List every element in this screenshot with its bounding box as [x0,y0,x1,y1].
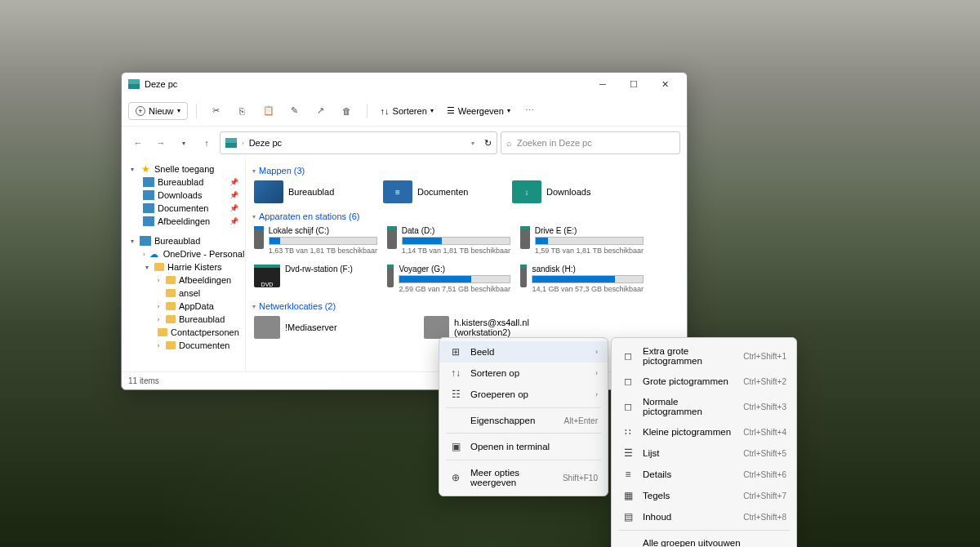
refresh-button[interactable]: ↻ [484,138,492,149]
nav-bar: ← → ▾ ↑ › Deze pc ▾ ↻ ⌕ Zoeken in Deze p… [122,127,687,159]
sidebar-user-documenten[interactable]: ›Documenten [122,339,245,352]
menu-item[interactable]: ∷Kleine pictogrammenCtrl+Shift+4 [612,421,796,442]
paste-button[interactable]: 📋 [257,100,280,122]
menu-item[interactable]: ☰LijstCtrl+Shift+5 [612,442,796,464]
cloud-icon: ☁ [149,249,160,259]
view-button[interactable]: ☰ Weergeven ▾ [442,105,515,116]
titlebar[interactable]: Deze pc ─ ☐ ✕ [122,73,687,96]
sidebar-user-afbeeldingen[interactable]: ›Afbeeldingen [122,274,245,287]
delete-button[interactable]: 🗑 [336,100,359,122]
menu-item-label: Sorteren op [470,368,587,378]
pin-icon: 📌 [229,204,238,212]
search-input[interactable]: ⌕ Zoeken in Deze pc [501,131,680,154]
drive-name: Data (D:) [402,226,510,235]
menu-item-label: Details [643,469,735,479]
close-button[interactable]: ✕ [649,73,680,95]
group-icon: ☷ [449,389,462,400]
menu-separator [446,460,601,460]
sidebar-pinned-afbeeldingen[interactable]: Afbeeldingen📌 [122,215,245,228]
sidebar-onedrive[interactable]: ›☁OneDrive - Personal [122,247,245,260]
cut-button[interactable]: ✂ [205,100,228,122]
menu-item[interactable]: ▦TegelsCtrl+Shift+7 [612,485,796,506]
drive-item[interactable]: DVDDvd-rw-station (F:) [252,263,379,295]
group-folders-header[interactable]: ▾Mappen (3) [252,166,680,176]
drive-icon [387,265,394,287]
drive-item[interactable]: sandisk (H:)14,1 GB van 57,3 GB beschikb… [519,263,645,295]
menu-item[interactable]: ◻Extra grote pictogrammenCtrl+Shift+1 [612,341,796,371]
folder-downloads[interactable]: ↓Downloads [510,179,633,205]
sort-button[interactable]: ↑↓ Sorteren ▾ [376,106,439,116]
lg-icon: ◻ [621,376,635,387]
sidebar-user-bureaublad[interactable]: ›Bureaublad [122,313,245,326]
copy-button[interactable]: ⎘ [231,100,254,122]
menu-item-label: Alle groepen uitvouwen [643,538,786,547]
up-button[interactable]: ↑ [197,133,216,153]
sidebar-pinned-documenten[interactable]: Documenten📌 [122,202,245,215]
sidebar-user-appdata[interactable]: ›AppData [122,300,245,313]
address-bar[interactable]: › Deze pc ▾ ↻ [220,131,497,154]
sidebar-desktop[interactable]: ▾ Bureaublad [122,234,245,247]
shortcut-hint: Ctrl+Shift+7 [743,491,786,500]
sidebar-user[interactable]: ▾Harrie Kisters [122,260,245,274]
plus-icon: + [136,106,145,116]
new-button[interactable]: + Nieuw ▾ [128,102,188,120]
menu-item-label: Groeperen op [470,389,587,399]
folder-icon [166,289,176,297]
menu-item[interactable]: EigenschappenAlt+Enter [439,411,608,430]
sidebar-pinned-bureaublad[interactable]: Bureaublad📌 [122,176,245,189]
md-icon: ◻ [621,401,635,412]
menu-item[interactable]: ≡DetailsCtrl+Shift+6 [612,464,796,485]
menu-item[interactable]: ↑↓Sorteren op› [439,362,608,384]
menu-item-label: Grote pictogrammen [643,376,735,386]
minimize-button[interactable]: ─ [587,73,618,95]
menu-item[interactable]: ◻Grote pictogrammenCtrl+Shift+2 [612,371,796,392]
menu-item[interactable]: ◻Normale pictogrammenCtrl+Shift+3 [612,392,796,421]
server-icon [424,316,449,339]
shortcut-hint: Ctrl+Shift+8 [743,513,786,522]
folder-bureaublad[interactable]: Bureaublad [252,179,375,205]
more-button[interactable]: ⋯ [519,100,541,122]
shortcut-hint: Alt+Enter [564,416,598,425]
sidebar-quick-access[interactable]: ▾★ Snelle toegang [122,162,245,176]
desktop-icon [140,236,151,246]
drive-icon [520,265,527,287]
menu-item[interactable]: ▣Openen in terminal [439,436,608,457]
forward-button[interactable]: → [151,133,171,153]
separator [196,104,197,118]
folder-documenten[interactable]: ≡Documenten [381,179,504,205]
share-button[interactable]: ↗ [310,100,332,122]
drive-item[interactable]: Drive E (E:)1,59 TB van 1,81 TB beschikb… [519,225,645,256]
drive-item[interactable]: Data (D:)1,14 TB van 1,81 TB beschikbaar [385,225,512,256]
drive-item[interactable]: Voyager (G:)2,59 GB van 7,51 GB beschikb… [385,263,512,295]
network-mediaserver[interactable]: !Mediaserver [252,314,416,340]
recent-button[interactable]: ▾ [174,133,194,153]
sidebar-pinned-downloads[interactable]: Downloads📌 [122,189,245,202]
menu-item[interactable]: Alle groepen uitvouwen [612,533,796,547]
documents-icon: ≡ [383,180,412,203]
submenu-arrow-icon: › [595,369,598,377]
back-button[interactable]: ← [128,133,148,153]
menu-separator [618,530,790,531]
chevron-down-icon[interactable]: ▾ [471,140,474,147]
menu-item[interactable]: ⊞Beeld› [439,341,608,362]
drive-item[interactable]: Lokale schijf (C:)1,63 TB van 1,81 TB be… [252,225,379,256]
folder-icon [166,341,176,349]
item-count: 11 items [128,376,159,385]
menu-item[interactable]: ⊕Meer opties weergevenShift+F10 [439,463,608,492]
group-drives-header[interactable]: ▾Apparaten en stations (6) [252,211,680,221]
usage-bar [269,237,377,245]
menu-item[interactable]: ☷Groeperen op› [439,384,608,405]
rename-button[interactable]: ✎ [283,100,306,122]
drive-free-text: 1,14 TB van 1,81 TB beschikbaar [402,247,510,255]
maximize-button[interactable]: ☐ [618,73,649,95]
sidebar-user-contactpersonen[interactable]: Contactpersonen [122,326,245,339]
menu-item-label: Kleine pictogrammen [643,427,735,437]
context-menu: ⊞Beeld›↑↓Sorteren op›☷Groeperen op›Eigen… [439,337,608,496]
menu-item[interactable]: ▤InhoudCtrl+Shift+8 [612,506,796,527]
sidebar-user-ansel[interactable]: ansel [122,287,245,300]
group-network-header[interactable]: ▾Netwerklocaties (2) [252,301,680,311]
list-icon: ☰ [621,447,635,459]
context-submenu-view: ◻Extra grote pictogrammenCtrl+Shift+1◻Gr… [611,337,797,547]
drive-icon [387,226,397,249]
shortcut-hint: Ctrl+Shift+5 [743,449,786,458]
